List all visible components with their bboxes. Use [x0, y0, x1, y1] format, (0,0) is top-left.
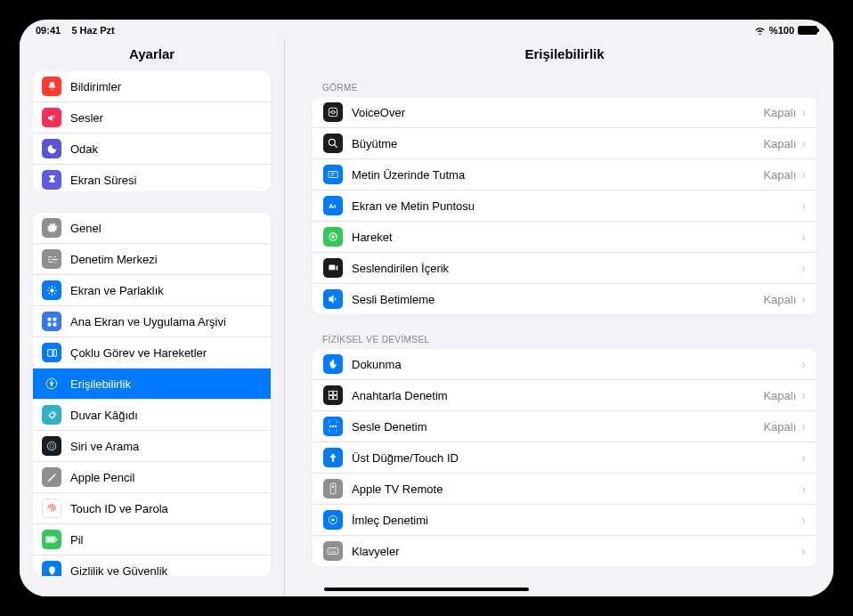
- row-label: Metin Üzerinde Tutma: [352, 168, 763, 182]
- chevron-right-icon: ›: [801, 292, 806, 306]
- accessibility-icon: [42, 374, 61, 393]
- status-bar: 09:41 5 Haz Pzt %100: [20, 20, 833, 37]
- svg-rect-24: [329, 391, 332, 394]
- row-value: Kapalı: [763, 293, 796, 306]
- sidebar-item-odak[interactable]: Odak: [33, 134, 271, 165]
- sidebar-item-genel[interactable]: Genel: [33, 213, 271, 244]
- sidebar-group-notifications: Bildirimler Sesler Odak: [32, 70, 272, 192]
- sidebar-item-bildirimler[interactable]: Bildirimler: [33, 71, 271, 102]
- row-label: Ekran ve Metin Puntosu: [352, 199, 801, 213]
- wifi-icon: [754, 26, 766, 35]
- sidebar-item-duvar-kagidi[interactable]: Duvar Kâğıdı: [33, 400, 271, 431]
- chevron-right-icon: ›: [801, 230, 806, 244]
- row-label: İmleç Denetimi: [352, 514, 801, 527]
- row-metin-tutma[interactable]: Metin Üzerinde Tutma Kapalı ›: [313, 159, 816, 190]
- row-ekran-punto[interactable]: AA Ekran ve Metin Puntosu ›: [313, 190, 816, 222]
- sidebar-item-pil[interactable]: Pil: [33, 524, 271, 555]
- sidebar-item-apple-pencil[interactable]: Apple Pencil: [33, 462, 271, 493]
- sidebar-item-label: Odak: [70, 142, 262, 156]
- row-sesli-betimleme[interactable]: Sesli Betimleme Kapalı ›: [313, 284, 816, 314]
- sidebar-item-touch-id[interactable]: Touch ID ve Parola: [33, 493, 271, 524]
- sidebar-item-erisilebilirlik[interactable]: Erişilebilirlik: [33, 369, 271, 400]
- sidebar-item-siri[interactable]: Siri ve Arama: [33, 431, 271, 462]
- svg-rect-4: [53, 322, 56, 326]
- sidebar-item-gizlilik[interactable]: Gizlilik ve Güvenlik: [33, 555, 271, 577]
- svg-point-8: [51, 380, 53, 382]
- sidebar-item-label: Erişilebilirlik: [70, 377, 262, 391]
- row-label: Sesli Betimleme: [352, 293, 763, 306]
- group-gorme: VoiceOver Kapalı › Büyütme Kapalı ›: [312, 96, 817, 315]
- brightness-icon: [42, 280, 61, 300]
- row-hareket[interactable]: Hareket ›: [313, 222, 816, 253]
- wallpaper-icon: [42, 405, 61, 425]
- svg-point-29: [332, 426, 334, 427]
- sidebar-item-label: Denetim Merkezi: [70, 253, 262, 266]
- svg-point-10: [47, 442, 55, 450]
- chevron-right-icon: ›: [801, 136, 806, 150]
- sidebar-item-coklu-gorev[interactable]: Çoklu Görev ve Hareketler: [33, 337, 271, 369]
- battery-percent: %100: [769, 25, 794, 36]
- chevron-right-icon: ›: [801, 388, 806, 402]
- chevron-right-icon: ›: [801, 105, 806, 119]
- sidebar-item-label: Bildirimler: [70, 80, 262, 93]
- svg-rect-27: [334, 396, 337, 400]
- sidebar-item-label: Touch ID ve Parola: [70, 502, 262, 515]
- row-buyutme[interactable]: Büyütme Kapalı ›: [313, 128, 816, 159]
- hand-icon: [42, 561, 61, 577]
- pencil-icon: [42, 467, 61, 487]
- sidebar-group-general: Genel Denetim Merkezi Ekran ve Parlaklık: [32, 212, 272, 577]
- row-imlec[interactable]: İmleç Denetimi ›: [313, 505, 816, 536]
- chevron-right-icon: ›: [801, 261, 806, 275]
- sliders-icon: [42, 249, 61, 269]
- sidebar-item-label: Ekran ve Parlaklık: [70, 284, 262, 297]
- touch-icon: [323, 354, 343, 374]
- sidebar-item-label: Ekran Süresi: [70, 174, 262, 187]
- chevron-right-icon: ›: [801, 167, 806, 182]
- sidebar-item-label: Duvar Kâğıdı: [70, 409, 262, 422]
- sidebar-item-ana-ekran[interactable]: Ana Ekran ve Uygulama Arşivi: [33, 306, 271, 337]
- gear-icon: [42, 218, 61, 238]
- grid-icon: [42, 312, 61, 331]
- siri-icon: [42, 436, 61, 456]
- status-time: 09:41: [36, 25, 61, 36]
- svg-rect-35: [328, 548, 338, 555]
- row-klavyeler[interactable]: Klavyeler ›: [313, 536, 816, 566]
- row-label: Klavyeler: [352, 545, 801, 558]
- row-ust-dugme[interactable]: Üst Düğme/Touch ID ›: [313, 442, 816, 474]
- row-label: Anahtarla Denetim: [352, 389, 763, 402]
- sidebar-item-sesler[interactable]: Sesler: [33, 102, 271, 134]
- multitask-icon: [42, 343, 61, 362]
- row-anahtarla[interactable]: Anahtarla Denetim Kapalı ›: [313, 380, 816, 411]
- svg-rect-31: [330, 483, 336, 494]
- sidebar-item-ekran-suresi[interactable]: Ekran Süresi: [33, 165, 271, 192]
- battery-icon: [42, 530, 61, 549]
- row-sesle-denetim[interactable]: Sesle Denetim Kapalı ›: [313, 411, 816, 442]
- pointer-icon: [323, 510, 343, 530]
- motion-icon: [323, 227, 343, 247]
- svg-point-0: [50, 288, 53, 292]
- svg-rect-2: [53, 317, 56, 320]
- sidebar-item-ekran-parlaklik[interactable]: Ekran ve Parlaklık: [33, 275, 271, 306]
- hover-text-icon: [323, 165, 343, 184]
- main-panel: Erişilebilirlik GÖRME VoiceOver Kapalı ›: [285, 39, 833, 596]
- sidebar-item-label: Gizlilik ve Güvenlik: [70, 564, 262, 577]
- svg-rect-13: [56, 539, 57, 540]
- svg-point-30: [335, 426, 337, 427]
- home-indicator[interactable]: [324, 588, 529, 591]
- row-label: Dokunma: [352, 358, 801, 371]
- battery-icon: [798, 26, 817, 35]
- chevron-right-icon: ›: [801, 450, 806, 465]
- row-seslendirilen[interactable]: Seslendirilen İçerik ›: [313, 253, 816, 284]
- row-dokunma[interactable]: Dokunma ›: [313, 349, 816, 380]
- svg-rect-14: [47, 539, 54, 542]
- moon-icon: [42, 139, 61, 158]
- status-right: %100: [754, 25, 817, 36]
- sidebar-item-label: Ana Ekran ve Uygulama Arşivi: [70, 315, 262, 328]
- sidebar-item-label: Sesler: [70, 111, 262, 125]
- zoom-icon: [323, 134, 343, 153]
- row-voiceover[interactable]: VoiceOver Kapalı ›: [313, 97, 816, 128]
- row-label: Büyütme: [352, 137, 763, 150]
- sidebar-item-denetim-merkezi[interactable]: Denetim Merkezi: [33, 244, 271, 275]
- row-apple-tv[interactable]: Apple TV Remote ›: [313, 474, 816, 505]
- sidebar-item-label: Siri ve Arama: [70, 440, 262, 453]
